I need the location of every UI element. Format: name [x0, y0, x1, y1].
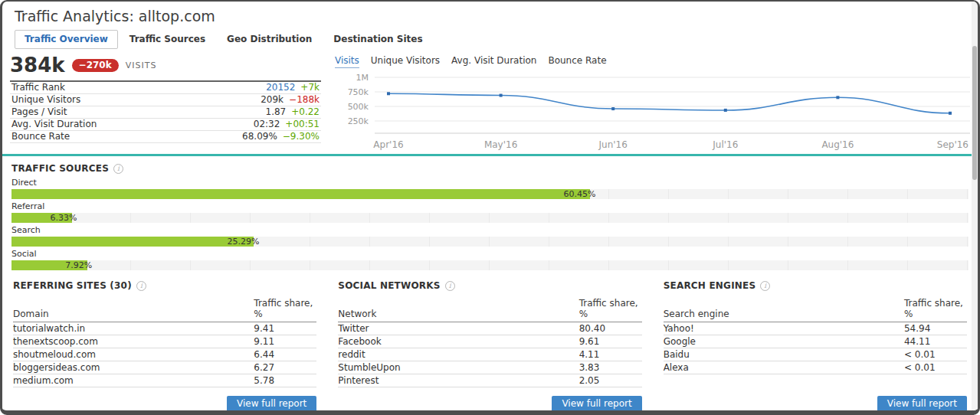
share-cell: 54.94: [904, 322, 967, 335]
traffic-sources-bars: Direct 60.45% Referral 6.33% Search 25.2…: [11, 178, 969, 270]
stat-label: Pages / Visit: [10, 106, 173, 119]
stat-value: 02:32: [254, 119, 280, 129]
table-row: Pinterest2.05: [338, 374, 641, 387]
bar-row-social: Social 7.92%: [11, 249, 969, 270]
engine-cell: Yahoo!: [664, 322, 904, 335]
nav-tab-bar: Traffic Overview Traffic Sources Geo Dis…: [15, 30, 965, 49]
share-cell: 4.11: [579, 348, 642, 361]
bar-row-direct: Direct 60.45%: [11, 178, 969, 199]
header: Traffic Analytics: alltop.com Traffic Ov…: [2, 2, 978, 49]
stat-value: 68.09%: [242, 131, 277, 142]
svg-text:Jun'16: Jun'16: [598, 139, 628, 150]
share-cell: 9.41: [254, 322, 316, 335]
visits-summary: 384k −270k VISITS: [10, 54, 321, 80]
column-header-traffic-share: Traffic share, %: [579, 298, 642, 322]
info-icon[interactable]: [136, 281, 146, 291]
engine-cell: Google: [664, 335, 904, 348]
overview-stats-table: Traffic Rank 20152+7k Unique Visitors 20…: [10, 80, 321, 143]
social-networks-panel: SOCIAL NETWORKS Network Traffic share, %…: [327, 280, 652, 415]
column-header-domain: Domain: [13, 298, 254, 322]
view-full-report-button-social[interactable]: View full report: [552, 396, 641, 412]
table-row: medium.com5.78: [13, 374, 316, 387]
stat-row-pages-per-visit: Pages / Visit 1.87+0.22: [10, 106, 321, 119]
stat-label: Avg. Visit Duration: [10, 119, 173, 131]
table-row: Google44.11: [664, 335, 967, 348]
bar-row-referral: Referral 6.33%: [11, 201, 969, 223]
chart-metric-tabs: Visits Unique Visitors Avg. Visit Durati…: [335, 55, 970, 68]
svg-text:500k: 500k: [348, 102, 369, 112]
visits-chart-panel: Visits Unique Visitors Avg. Visit Durati…: [321, 54, 970, 154]
svg-text:Aug'16: Aug'16: [821, 139, 854, 150]
column-header-traffic-share: Traffic share, %: [254, 298, 316, 322]
stat-value: 209k: [261, 94, 284, 105]
svg-text:Jul'16: Jul'16: [712, 139, 738, 150]
bar-track: 6.33%: [11, 213, 969, 223]
view-full-report-button-search[interactable]: View full report: [877, 396, 967, 412]
svg-text:May'16: May'16: [484, 139, 517, 150]
share-cell: 80.40: [579, 322, 642, 335]
info-icon[interactable]: [113, 164, 123, 174]
engine-cell: Baidu: [664, 348, 904, 361]
column-header-traffic-share: Traffic share, %: [904, 298, 967, 322]
tab-destination-sites[interactable]: Destination Sites: [323, 30, 432, 49]
traffic-analytics-window: Traffic Analytics: alltop.com Traffic Ov…: [0, 0, 980, 415]
share-cell: < 0.01: [904, 348, 967, 361]
visits-line-chart: 1M750k500k250kApr'16May'16Jun'16Jul'16Au…: [335, 71, 970, 154]
svg-text:Apr'16: Apr'16: [373, 139, 403, 150]
page-title: Traffic Analytics: alltop.com: [15, 8, 965, 25]
network-cell: Pinterest: [338, 374, 578, 387]
stat-change: +0.22: [291, 106, 320, 117]
share-cell: 44.11: [904, 335, 967, 348]
chart-tab-unique-visitors[interactable]: Unique Visitors: [371, 55, 440, 68]
social-networks-heading: SOCIAL NETWORKS: [338, 280, 440, 291]
table-row: bloggersideas.com6.27: [13, 361, 316, 374]
table-row: Facebook9.61: [338, 335, 641, 348]
stat-change: +00:51: [285, 119, 320, 129]
bar-value: 60.45%: [564, 189, 596, 199]
visits-label: VISITS: [126, 60, 157, 70]
bar-fill: [11, 237, 254, 247]
tab-traffic-overview[interactable]: Traffic Overview: [15, 30, 118, 49]
table-row: Twitter80.40: [338, 322, 641, 335]
bar-track: 25.29%: [11, 237, 969, 247]
info-icon[interactable]: [445, 281, 455, 291]
bar-value: 7.92%: [65, 260, 92, 270]
scrollbar-track[interactable]: [972, 2, 978, 410]
search-engines-heading: SEARCH ENGINES: [664, 280, 756, 291]
share-cell: 9.61: [579, 335, 642, 348]
network-cell: reddit: [338, 348, 578, 361]
share-cell: 6.27: [254, 361, 316, 374]
tab-traffic-sources[interactable]: Traffic Sources: [120, 30, 215, 49]
svg-text:Sep'16: Sep'16: [937, 139, 969, 150]
column-header-network: Network: [338, 298, 578, 322]
network-cell: Facebook: [338, 335, 578, 348]
stat-row-traffic-rank: Traffic Rank 20152+7k: [10, 81, 321, 94]
domain-cell: medium.com: [13, 374, 254, 387]
stat-change: −9.30%: [283, 131, 320, 142]
tab-geo-distribution[interactable]: Geo Distribution: [217, 30, 322, 49]
table-row: thenextscoop.com9.11: [13, 335, 316, 348]
bar-label: Referral: [11, 201, 969, 211]
stat-row-unique-visitors: Unique Visitors 209k−188k: [10, 94, 321, 106]
stat-value: 1.87: [266, 106, 287, 117]
chart-tab-avg-visit-duration[interactable]: Avg. Visit Duration: [451, 55, 536, 68]
stat-change: +7k: [300, 82, 320, 93]
table-row: StumbleUpon3.83: [338, 361, 641, 374]
stat-value: 20152: [266, 82, 295, 93]
domain-cell: thenextscoop.com: [13, 335, 254, 348]
scrollbar-thumb[interactable]: [972, 46, 977, 180]
share-cell: 3.83: [579, 361, 642, 374]
chart-tab-visits[interactable]: Visits: [335, 55, 359, 68]
svg-text:250k: 250k: [348, 116, 369, 126]
info-icon[interactable]: [760, 281, 770, 291]
overview-stats-panel: 384k −270k VISITS Traffic Rank 20152+7k …: [10, 54, 321, 154]
bar-value: 6.33%: [50, 213, 77, 223]
overview-section: 384k −270k VISITS Traffic Rank 20152+7k …: [2, 49, 978, 154]
stat-label: Bounce Rate: [10, 131, 173, 143]
bar-label: Search: [11, 225, 969, 235]
chart-tab-bounce-rate[interactable]: Bounce Rate: [548, 55, 606, 68]
bar-row-search: Search 25.29%: [11, 225, 969, 247]
table-row: reddit4.11: [338, 348, 641, 361]
referring-sites-panel: REFERRING SITES (30) Domain Traffic shar…: [2, 280, 327, 415]
view-full-report-button-referring[interactable]: View full report: [227, 396, 316, 412]
